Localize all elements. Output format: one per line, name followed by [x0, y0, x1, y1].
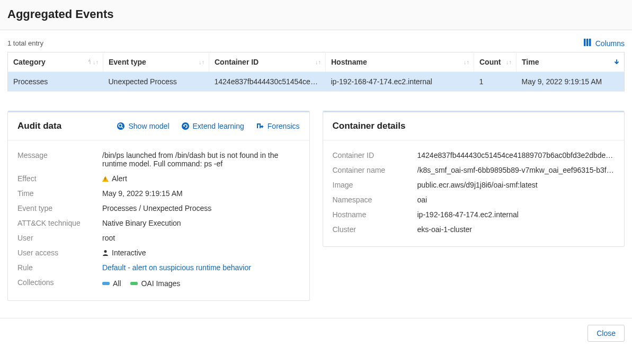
collections-label: Collections	[17, 278, 97, 287]
col-event-type[interactable]: Event type ↓↑	[103, 52, 209, 72]
container-name-value: /k8s_smf_oai-smf-6bb9895b89-v7mkw_oai_ee…	[417, 166, 615, 174]
event-type-value: Processes / Unexpected Process	[102, 204, 300, 212]
effect-label: Effect	[17, 174, 97, 183]
sort-icon: ↓↑	[87, 59, 99, 65]
container-title: Container details	[333, 121, 406, 131]
cell-event-type: Unexpected Process	[103, 72, 209, 92]
svg-rect-0	[584, 39, 586, 46]
container-id-label: Container ID	[333, 151, 412, 159]
col-count[interactable]: Count ↓↑	[474, 52, 517, 72]
collection-chip-oai: OAI Images	[130, 279, 180, 288]
message-label: Message	[17, 151, 97, 159]
page-title: Aggregated Events	[7, 7, 625, 21]
message-value: /bin/ps launched from /bin/dash but is n…	[102, 151, 300, 168]
svg-point-6	[182, 122, 189, 130]
attack-value: Native Binary Execution	[102, 219, 300, 227]
person-icon	[102, 249, 109, 255]
time-value: May 9, 2022 9:19:15 AM	[102, 189, 300, 198]
attack-label: ATT&CK technique	[17, 219, 97, 227]
search-circle-icon	[117, 122, 125, 130]
time-label: Time	[17, 189, 97, 198]
sort-icon: ↓↑	[199, 59, 204, 65]
swatch-icon	[102, 282, 110, 285]
namespace-value: oai	[417, 196, 615, 204]
user-access-value: Interactive	[102, 248, 300, 257]
columns-icon	[584, 39, 592, 48]
swatch-icon	[130, 282, 138, 285]
hostname-value: ip-192-168-47-174.ec2.internal	[417, 210, 615, 219]
user-label: User	[17, 234, 97, 242]
warning-icon	[102, 176, 109, 182]
image-label: Image	[333, 181, 412, 189]
svg-point-7	[104, 250, 107, 253]
rule-link[interactable]: Default - alert on suspicious runtime be…	[102, 263, 300, 272]
user-value: root	[102, 234, 300, 242]
sort-down-active-icon	[613, 59, 620, 65]
sort-icon: ↓↑	[506, 59, 512, 65]
cell-container-id: 1424e837fb444430c51454ce…	[209, 72, 326, 92]
extend-learning-button[interactable]: Extend learning	[181, 122, 244, 130]
svg-rect-2	[589, 39, 591, 46]
svg-point-3	[117, 122, 124, 130]
col-hostname[interactable]: Hostname ↓↑	[326, 52, 474, 72]
cell-hostname: ip-192-168-47-174.ec2.internal	[326, 72, 474, 92]
col-category[interactable]: Category ↓↑	[8, 52, 103, 72]
forensics-icon	[256, 122, 264, 130]
container-name-label: Container name	[333, 166, 412, 174]
cell-count: 1	[474, 72, 517, 92]
rule-label: Rule	[17, 263, 97, 272]
show-model-button[interactable]: Show model	[117, 122, 169, 130]
audit-title: Audit data	[17, 121, 61, 131]
container-id-value: 1424e837fb444430c51454ce41889707b6ac0bfd…	[417, 151, 615, 159]
close-button[interactable]: Close	[588, 325, 625, 342]
cell-time: May 9, 2022 9:19:15 AM	[517, 72, 625, 92]
container-panel: Container details Container ID 1424e837f…	[323, 111, 625, 247]
collections-value: All OAI Images	[102, 278, 300, 288]
event-type-label: Event type	[17, 204, 97, 212]
col-container-id[interactable]: Container ID ↓↑	[209, 52, 326, 72]
namespace-label: Namespace	[333, 196, 412, 204]
events-table: Category ↓↑ Event type ↓↑ Container ID ↓…	[7, 52, 625, 92]
cell-category: Processes	[8, 72, 103, 92]
user-access-label: User access	[17, 248, 97, 257]
image-value: public.ecr.aws/d9j1j8i6/oai-smf:latest	[417, 181, 615, 189]
col-time[interactable]: Time	[517, 52, 625, 72]
hostname-label: Hostname	[333, 210, 412, 219]
refresh-circle-icon	[181, 122, 190, 130]
svg-rect-1	[586, 39, 589, 46]
effect-value: Alert	[102, 174, 300, 183]
forensics-button[interactable]: Forensics	[256, 122, 300, 130]
cluster-label: Cluster	[333, 225, 412, 234]
sort-icon: ↓↑	[315, 59, 321, 65]
sort-icon: ↓↑	[464, 59, 469, 65]
cluster-value: eks-oai-1-cluster	[417, 225, 615, 234]
collection-chip-all: All	[102, 279, 121, 288]
audit-panel: Audit data Show model Extend learning	[7, 111, 310, 301]
columns-label: Columns	[595, 39, 625, 48]
columns-button[interactable]: Columns	[584, 39, 625, 48]
total-entries-text: 1 total entry	[7, 39, 43, 47]
table-row[interactable]: Processes Unexpected Process 1424e837fb4…	[8, 72, 625, 92]
